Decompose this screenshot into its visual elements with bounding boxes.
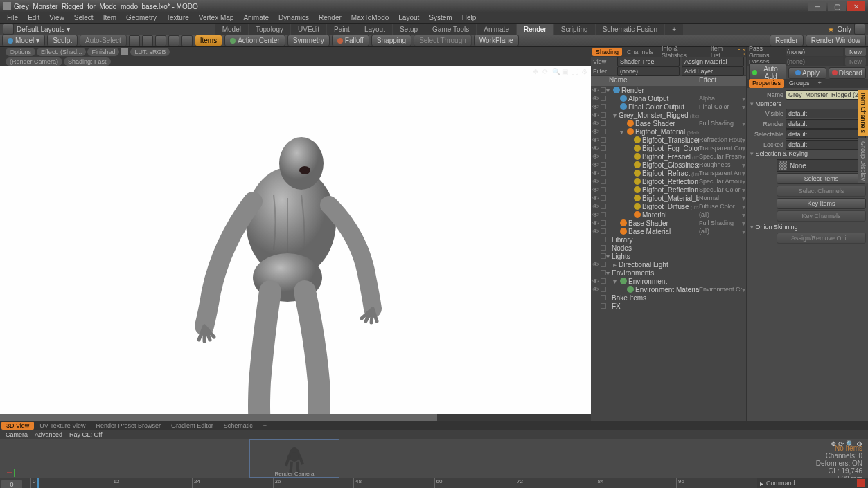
- checkbox[interactable]: [601, 96, 606, 101]
- layout-icon[interactable]: [3, 24, 14, 35]
- filter-dropdown[interactable]: (none): [617, 66, 680, 76]
- effect-value[interactable]: Refraction Rough...: [699, 136, 742, 143]
- menu-select[interactable]: Select: [70, 12, 98, 23]
- effect-dropdown-icon[interactable]: ▾: [742, 145, 746, 152]
- select-items-button[interactable]: Select Items: [777, 173, 866, 184]
- checkbox[interactable]: [601, 137, 606, 143]
- tab-add[interactable]: +: [815, 79, 825, 88]
- checkbox[interactable]: [601, 212, 606, 217]
- visibility-toggle[interactable]: 👁: [591, 203, 601, 210]
- layout-tab-render[interactable]: Render: [517, 24, 553, 35]
- tree-row[interactable]: 👁▾Environment: [591, 277, 746, 285]
- layout-tab-topology[interactable]: Topology: [249, 24, 290, 35]
- menu-maxtomodo[interactable]: MaxToModo: [347, 12, 393, 23]
- select-icon-3[interactable]: [155, 35, 166, 46]
- tab-groups[interactable]: Groups: [786, 79, 813, 88]
- menu-render[interactable]: Render: [315, 12, 346, 23]
- visibility-toggle[interactable]: 👁: [591, 261, 601, 269]
- onion-skinning-section[interactable]: Onion Skinning: [749, 223, 866, 231]
- visibility-toggle[interactable]: 👁: [591, 278, 601, 285]
- vp-zoom-icon[interactable]: 🔍: [552, 68, 560, 76]
- effect-dropdown-icon[interactable]: ▾: [742, 120, 746, 127]
- tree-row[interactable]: 👁Base ShaderFull Shading▾: [591, 219, 746, 227]
- items-button[interactable]: Items: [195, 35, 222, 46]
- tree-row[interactable]: FX: [591, 302, 746, 310]
- maximize-button[interactable]: ▢: [828, 1, 846, 11]
- expand-icon[interactable]: ⛶: [738, 48, 745, 56]
- menu-view[interactable]: View: [45, 12, 69, 23]
- layout-tab-paint[interactable]: Paint: [327, 24, 357, 35]
- checkbox[interactable]: [601, 228, 606, 234]
- layout-tab-schematic-fusion[interactable]: Schematic Fusion: [596, 24, 664, 35]
- view-dropdown[interactable]: Shader Tree: [617, 57, 680, 66]
- bv-tab-schematic[interactable]: Schematic: [219, 422, 258, 430]
- select-icon-4[interactable]: [168, 35, 179, 46]
- tree-row[interactable]: 👁Bigfoot_Refract(Image)Transparent Amo..…: [591, 169, 746, 177]
- selectable-dropdown[interactable]: default: [786, 129, 866, 139]
- menu-file[interactable]: File: [3, 12, 22, 23]
- item-channels-side-tab[interactable]: Item Channels: [858, 90, 868, 136]
- effect-dropdown-icon[interactable]: ▾: [742, 186, 746, 194]
- bv-tab-render-preset-browser[interactable]: Render Preset Browser: [91, 422, 166, 430]
- layout-tab-layout[interactable]: Layout: [357, 24, 392, 35]
- effect-column[interactable]: Effect: [699, 76, 746, 86]
- tree-row[interactable]: ▾Environments: [591, 269, 746, 277]
- checkbox[interactable]: [601, 262, 606, 267]
- effect-dropdown-icon[interactable]: ▾: [742, 286, 746, 293]
- raygl-toggle[interactable]: Ray GL: Off: [69, 431, 102, 438]
- effect-tag[interactable]: Effect: (Shad...: [37, 48, 86, 56]
- shader-tree[interactable]: 👁▾Render👁Alpha OutputAlpha▾👁Final Color …: [591, 86, 746, 421]
- visibility-toggle[interactable]: 👁: [591, 211, 601, 219]
- tree-row[interactable]: 👁Bigfoot_Reflection(Ima...Specular Amoun…: [591, 177, 746, 186]
- checkbox[interactable]: [601, 187, 606, 192]
- expand-toggle[interactable]: ▾: [613, 278, 619, 285]
- render-window-button[interactable]: Render Window: [806, 35, 866, 46]
- effect-value[interactable]: Full Shading: [699, 219, 742, 226]
- effect-value[interactable]: (all): [699, 211, 742, 218]
- lut-tag[interactable]: LUT: sRGB: [130, 48, 170, 56]
- visibility-toggle[interactable]: 👁: [591, 170, 601, 177]
- visibility-toggle[interactable]: 👁: [591, 136, 601, 144]
- key-items-button[interactable]: Key Items: [777, 198, 866, 209]
- falloff-button[interactable]: Falloff: [332, 35, 369, 46]
- visibility-toggle[interactable]: 👁: [591, 195, 601, 202]
- checkbox[interactable]: [601, 179, 606, 184]
- bv-tab-gradient-editor[interactable]: Gradient Editor: [166, 422, 218, 430]
- shader-tab-shading[interactable]: Shading: [592, 48, 622, 56]
- visibility-toggle[interactable]: 👁: [591, 161, 601, 169]
- effect-value[interactable]: Transparent Amo...: [699, 170, 742, 177]
- bv-tab-uv-texture-view[interactable]: UV Texture View: [35, 422, 90, 430]
- checkbox[interactable]: [601, 170, 606, 176]
- none-selector[interactable]: None: [777, 159, 866, 172]
- add-layer-button[interactable]: Add Layer: [682, 66, 744, 76]
- checkbox[interactable]: [601, 253, 606, 259]
- pass-groups-value[interactable]: (none): [786, 48, 843, 56]
- new-pass-group-button[interactable]: New: [845, 48, 866, 56]
- effect-dropdown-icon[interactable]: ▾: [742, 161, 746, 169]
- symmetry-button[interactable]: Symmetry: [287, 35, 330, 46]
- checkbox[interactable]: [601, 129, 606, 134]
- effect-dropdown-icon[interactable]: ▾: [742, 228, 746, 235]
- effect-value[interactable]: Diffuse Color: [699, 203, 742, 210]
- expand-toggle[interactable]: ▾: [620, 128, 626, 136]
- tree-row[interactable]: 👁Bigfoot_Fresnel(Image)Specular Fresnel▾: [591, 152, 746, 161]
- effect-value[interactable]: Roughness: [699, 161, 742, 168]
- effect-value[interactable]: Specular Color: [699, 186, 742, 193]
- visibility-toggle[interactable]: 👁: [591, 219, 601, 227]
- layout-tab-add[interactable]: +: [665, 24, 683, 35]
- effect-dropdown-icon[interactable]: ▾: [742, 95, 746, 102]
- visibility-toggle[interactable]: 👁: [591, 95, 601, 102]
- shading-tag[interactable]: Shading: Fast: [64, 57, 111, 66]
- tree-row[interactable]: Nodes: [591, 244, 746, 252]
- vp-gear-icon[interactable]: ⚙: [581, 68, 590, 76]
- layout-tab-model[interactable]: Model: [215, 24, 248, 35]
- expand-toggle[interactable]: ▾: [606, 87, 612, 94]
- camera-dropdown[interactable]: Camera: [6, 431, 28, 438]
- expand-toggle[interactable]: ▾: [606, 269, 612, 277]
- effect-value[interactable]: Specular Amount: [699, 178, 742, 185]
- tree-row[interactable]: 👁Base Material(all)▾: [591, 227, 746, 235]
- layout-tab-game-tools[interactable]: Game Tools: [425, 24, 476, 35]
- assign-material-button[interactable]: Assign Material: [682, 57, 744, 66]
- checkbox[interactable]: [601, 237, 606, 242]
- timeline-start[interactable]: 0: [1, 480, 22, 489]
